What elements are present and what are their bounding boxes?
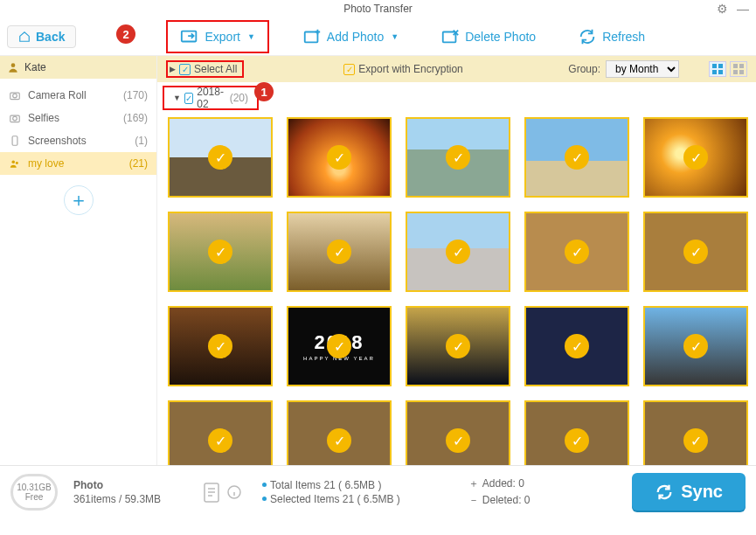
photo-item[interactable]: ✓ xyxy=(524,212,629,292)
clipboard-icon xyxy=(203,481,220,504)
toolbar-actions: Export ▼ Add Photo ▼ Delete Photo Refres… xyxy=(166,20,654,53)
photo-item[interactable]: ✓ xyxy=(524,400,629,465)
sidebar-item-my-love[interactable]: my love (21) xyxy=(0,152,156,175)
minimize-icon[interactable]: — xyxy=(737,2,749,16)
photo-item[interactable]: ✓ xyxy=(168,117,273,198)
deleted-count: Deleted: 0 xyxy=(482,494,531,506)
photo-item[interactable]: ✓ xyxy=(524,306,629,386)
app-title: Photo Transfer xyxy=(343,3,413,15)
sidebar-item-selfies[interactable]: Selfies (169) xyxy=(0,107,156,129)
list-view-button[interactable] xyxy=(730,61,747,77)
delete-photo-button[interactable]: Delete Photo xyxy=(432,24,544,50)
camera-icon xyxy=(9,112,21,124)
added-count: Added: 0 xyxy=(482,477,524,490)
checkbox-checked-icon: ✓ xyxy=(343,64,355,75)
add-album-button[interactable]: ＋ xyxy=(64,185,94,215)
refresh-button[interactable]: Refresh xyxy=(569,24,654,50)
storage-stats: Photo 361items / 59.3MB xyxy=(73,479,161,505)
user-row[interactable]: Kate xyxy=(0,56,156,79)
collapse-icon: ▼ xyxy=(173,94,181,102)
date-group-header[interactable]: ▼ ✓ 2018-02 (20) xyxy=(163,86,259,110)
svg-rect-18 xyxy=(739,70,744,74)
selected-check-icon: ✓ xyxy=(327,428,351,453)
photo-item[interactable]: ✓ xyxy=(406,400,510,465)
plus-icon: ＋ xyxy=(69,187,88,213)
phone-icon xyxy=(9,135,21,147)
selected-check-icon: ✓ xyxy=(327,334,351,358)
svg-point-9 xyxy=(12,161,16,164)
add-photo-button[interactable]: Add Photo ▼ xyxy=(294,24,407,50)
annotation-badge-1: 1 xyxy=(254,82,274,101)
chevron-down-icon: ▼ xyxy=(247,32,255,41)
photo-item[interactable]: ✓ xyxy=(524,117,629,198)
back-button[interactable]: Back xyxy=(7,25,76,48)
photo-item[interactable]: ✓ xyxy=(406,212,510,292)
view-toggle xyxy=(709,61,747,77)
photo-item[interactable]: ✓ xyxy=(168,400,273,465)
svg-point-7 xyxy=(13,116,17,121)
selected-check-icon: ✓ xyxy=(208,145,232,170)
selected-check-icon: ✓ xyxy=(208,240,232,264)
photo-item[interactable]: ✓ xyxy=(406,117,510,198)
svg-rect-8 xyxy=(12,136,17,146)
svg-point-10 xyxy=(16,162,18,164)
selected-check-icon: ✓ xyxy=(565,240,589,264)
gear-icon[interactable]: ⚙ xyxy=(717,2,728,16)
content-toolbar: ▶ ✓ Select All ✓ Export with Encryption … xyxy=(157,56,756,82)
selected-check-icon: ✓ xyxy=(683,240,708,264)
svg-point-5 xyxy=(13,94,17,98)
selected-check-icon: ✓ xyxy=(327,240,351,264)
photo-item[interactable]: ✓ xyxy=(643,306,748,386)
svg-rect-13 xyxy=(712,70,717,74)
svg-rect-16 xyxy=(739,64,744,68)
title-bar: Photo Transfer ⚙ — xyxy=(0,0,756,17)
photo-grid-wrap[interactable]: ✓✓✓✓✓✓✓✓✓✓✓2018HAPPY NEW YEAR✓✓✓✓✓✓✓✓✓ xyxy=(157,110,756,465)
refresh-label: Refresh xyxy=(602,30,645,44)
photo-item[interactable]: ✓ xyxy=(287,117,392,198)
photo-item[interactable]: ✓ xyxy=(287,212,392,292)
grid-view-button[interactable] xyxy=(709,61,726,77)
selected-check-icon: ✓ xyxy=(446,334,470,358)
sidebar-item-screenshots[interactable]: Screenshots (1) xyxy=(0,129,156,152)
select-all-label: Select All xyxy=(194,63,237,75)
encrypt-toggle[interactable]: ✓ Export with Encryption xyxy=(343,63,462,75)
export-icon xyxy=(180,27,199,46)
export-button[interactable]: Export ▼ xyxy=(166,20,268,53)
add-photo-icon xyxy=(302,27,322,46)
selected-check-icon: ✓ xyxy=(683,334,708,358)
selected-check-icon: ✓ xyxy=(565,145,589,170)
back-label: Back xyxy=(36,30,65,44)
selected-check-icon: ✓ xyxy=(565,428,589,453)
group-select[interactable]: by Month xyxy=(606,60,679,78)
photo-item[interactable]: ✓ xyxy=(168,306,273,386)
change-stats: ＋ Added: 0 － Deleted: 0 xyxy=(468,476,531,508)
photo-item[interactable]: ✓ xyxy=(643,400,748,465)
people-icon xyxy=(9,157,21,170)
refresh-icon xyxy=(578,27,597,46)
storage-value: 10.31GB xyxy=(17,483,51,492)
sidebar-item-camera-roll[interactable]: Camera Roll (170) xyxy=(0,84,156,107)
select-all-toggle[interactable]: ▶ ✓ Select All xyxy=(166,60,244,78)
photo-item[interactable]: ✓ xyxy=(643,117,748,198)
sync-button[interactable]: Sync xyxy=(632,473,746,511)
photo-detail: 361items / 59.3MB xyxy=(73,493,161,505)
photo-item[interactable]: ✓ xyxy=(643,212,748,292)
photo-item[interactable]: ✓ xyxy=(406,306,510,386)
selected-check-icon: ✓ xyxy=(565,334,589,358)
album-list: Camera Roll (170) Selfies (169) Screensh… xyxy=(0,79,156,175)
group-label: Group: xyxy=(568,63,600,75)
clipboard-info-icons xyxy=(203,481,241,504)
photo-item[interactable]: ✓ xyxy=(287,400,392,465)
info-icon[interactable] xyxy=(227,485,241,499)
photo-item[interactable]: ✓ xyxy=(168,212,273,292)
chevron-down-icon: ▼ xyxy=(391,32,399,41)
sync-icon xyxy=(655,483,674,502)
annotation-badge-2: 2 xyxy=(116,24,135,44)
checkbox-checked-icon: ✓ xyxy=(179,64,191,75)
status-bar: 10.31GB Free Photo 361items / 59.3MB Tot… xyxy=(0,465,756,518)
photo-item[interactable]: 2018HAPPY NEW YEAR✓ xyxy=(287,306,392,386)
selected-check-icon: ✓ xyxy=(208,334,232,358)
sidebar: Kate Camera Roll (170) Selfies (169) Scr… xyxy=(0,56,157,465)
selected-check-icon: ✓ xyxy=(327,145,351,170)
main-area: Kate Camera Roll (170) Selfies (169) Scr… xyxy=(0,56,756,465)
